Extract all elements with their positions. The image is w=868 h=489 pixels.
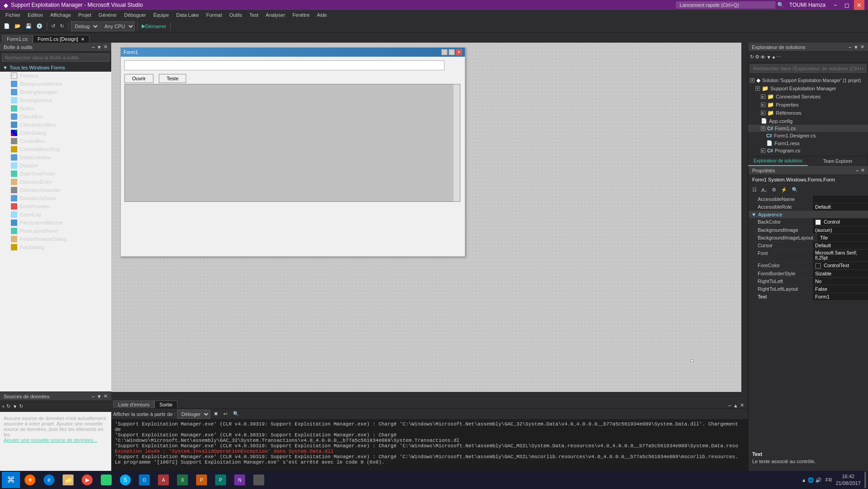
form-textbox[interactable] xyxy=(124,60,444,70)
toolbox-item-fontdialog[interactable]: FontDialog xyxy=(0,243,111,251)
menu-fichier[interactable]: Fichier xyxy=(2,11,24,19)
prop-value-forecolor[interactable]: ControlText xyxy=(813,262,868,269)
toolbox-item-errorprovider[interactable]: ErrorProvider xyxy=(0,202,111,210)
taskbar-access[interactable]: A xyxy=(154,472,173,488)
form1-expand-icon[interactable]: ▼ xyxy=(761,126,765,131)
se-sync-button[interactable]: ↻ xyxy=(750,54,754,60)
output-source-select[interactable]: Déboger xyxy=(177,410,210,419)
menu-outils[interactable]: Outils xyxy=(226,11,246,19)
toolbox-item-checkbox[interactable]: CheckBox xyxy=(0,112,111,121)
output-clear-button[interactable]: ✖ xyxy=(212,409,220,420)
form-close-button[interactable]: ✕ xyxy=(456,49,462,55)
redo-button[interactable]: ↻ xyxy=(58,21,66,32)
menu-edition[interactable]: Edition xyxy=(24,11,47,19)
output-pin-button[interactable]: ‒ xyxy=(728,402,731,408)
toolbox-item-filesystemwatcher[interactable]: FileSystemWatcher xyxy=(0,219,111,227)
menu-generer[interactable]: Générer xyxy=(95,11,120,19)
props-expand-icon[interactable]: ► xyxy=(761,103,765,107)
tab-form1-design[interactable]: Form1.cs [Design] ✕ xyxy=(33,35,89,43)
props-alphabetical-button[interactable]: A↓ xyxy=(760,186,769,194)
toolbox-expand-button[interactable]: ▼ xyxy=(97,44,102,50)
taskbar-explorer[interactable]: 📁 xyxy=(59,472,77,488)
toolbox-item-colordialog[interactable]: ColorDialog xyxy=(0,129,111,137)
toolbox-item-datetimepicker[interactable]: DateTimePicker xyxy=(0,170,111,178)
program-expand-icon[interactable]: ► xyxy=(761,148,765,153)
prop-value-backgroundimage[interactable]: (aucun) xyxy=(813,226,868,234)
taskbar-skype[interactable]: S xyxy=(116,472,134,488)
menu-debuguer[interactable]: Déboguer xyxy=(120,11,149,19)
datasources-pin-button[interactable]: ‒ xyxy=(92,393,95,399)
se-close-button[interactable]: ✕ xyxy=(860,44,864,50)
save-all-button[interactable]: 💿 xyxy=(35,21,44,32)
prop-value-accessiblename[interactable] xyxy=(813,196,868,203)
taskbar-powerpoint[interactable]: P xyxy=(192,472,211,488)
cs-expand-icon[interactable]: ► xyxy=(761,94,765,99)
se-tab-solution-explorer[interactable]: Explorateur de solutions xyxy=(748,156,808,166)
menu-projet[interactable]: Projet xyxy=(74,11,95,19)
se-properties-button[interactable]: ⚙ xyxy=(755,54,760,60)
taskbar-keyboard-layout[interactable]: FR xyxy=(825,477,832,483)
prop-value-cursor[interactable]: Default xyxy=(813,242,868,249)
toolbox-item-combobox[interactable]: ComboBox xyxy=(0,137,111,145)
picturebox-scrollbar[interactable] xyxy=(454,84,460,201)
form-designer-area[interactable]: Form1 − ◻ ✕ Ouvrir Teste xyxy=(111,43,748,398)
props-section-appearance[interactable]: ▼ Apparence xyxy=(749,211,868,218)
toolbox-item-checkedlistbox[interactable]: CheckedListBox xyxy=(0,121,111,129)
prop-value-righttoleftlayout[interactable]: False xyxy=(813,285,868,293)
datasources-expand-button[interactable]: ▼ xyxy=(97,393,102,399)
toolbox-section-header[interactable]: ▼ Tous les Windows Forms xyxy=(0,64,111,72)
toolbox-item-domainupdown[interactable]: DomainUpDown xyxy=(0,194,111,202)
datasources-refresh-button[interactable]: ↻ xyxy=(6,403,10,409)
se-filter-button[interactable]: ▼ xyxy=(766,54,771,60)
datasources-sync-button[interactable]: ↻ xyxy=(19,403,23,409)
form-window[interactable]: Form1 − ◻ ✕ Ouvrir Teste xyxy=(120,47,465,257)
prop-value-text[interactable]: Form1 xyxy=(813,293,868,300)
ref-expand-icon[interactable]: ► xyxy=(761,111,765,115)
tab-close-icon[interactable]: ✕ xyxy=(81,37,84,42)
output-word-wrap-button[interactable]: ↩ xyxy=(222,409,229,420)
form-teste-button[interactable]: Teste xyxy=(159,74,186,83)
se-show-all-button[interactable]: 👁 xyxy=(760,54,765,60)
taskbar-media[interactable]: ▶ xyxy=(78,472,96,488)
toolbox-item-pointeur[interactable]: ↶ Pointeur xyxy=(0,72,111,80)
taskbar-app3[interactable] xyxy=(250,472,268,488)
toolbox-search-input[interactable] xyxy=(2,54,109,62)
toolbox-pin-button[interactable]: ‒ xyxy=(92,44,95,50)
form-picturebox[interactable] xyxy=(124,84,460,202)
taskbar-outlook[interactable]: O xyxy=(135,472,153,488)
se-pin-button[interactable]: ‒ xyxy=(848,44,852,50)
menu-affichage[interactable]: Affichage xyxy=(47,11,75,19)
output-find-button[interactable]: 🔍 xyxy=(231,409,241,420)
se-search-input[interactable] xyxy=(750,64,866,73)
menu-analyser[interactable]: Analyser xyxy=(262,11,289,19)
tree-project[interactable]: ▼ 📁 Support Exploitation Manager xyxy=(748,84,868,93)
designer-vscrollbar[interactable] xyxy=(741,43,748,398)
tree-form1cs[interactable]: ▼ C# Form1.cs xyxy=(748,125,868,132)
taskbar-app1[interactable] xyxy=(97,472,115,488)
designer-hscrollbar[interactable] xyxy=(111,392,741,398)
tree-solution[interactable]: ▼ ◆ Solution 'Support Exploitation Manag… xyxy=(748,76,868,84)
se-tab-team-explorer[interactable]: Team Explorer xyxy=(808,156,868,166)
prop-value-formborderstyle[interactable]: Sizable xyxy=(813,270,868,277)
toolbox-item-flowlayoutpanel[interactable]: FlowLayoutPanel xyxy=(0,227,111,235)
prop-value-righttoleft[interactable]: No xyxy=(813,278,868,285)
tree-properties[interactable]: ► 📁 Properties xyxy=(748,101,868,109)
minimize-button[interactable]: − xyxy=(831,0,840,10)
form-body[interactable]: Ouvrir Teste xyxy=(121,57,465,256)
menu-test[interactable]: Test xyxy=(246,11,262,19)
taskbar-start-button[interactable]: ⌘ xyxy=(2,472,20,488)
prop-value-backcolor[interactable]: Control xyxy=(813,218,868,226)
solution-expand-icon[interactable]: ▼ xyxy=(750,78,755,83)
show-desktop-button[interactable] xyxy=(864,472,866,488)
quick-launch-input[interactable]: Lancement rapide (Ctrl+Q) xyxy=(676,1,775,9)
datasources-add-button[interactable]: + xyxy=(2,404,5,409)
menu-format[interactable]: Format xyxy=(202,11,226,19)
taskbar-ie[interactable]: e xyxy=(40,472,58,488)
output-expand-button[interactable]: ▲ xyxy=(733,403,738,408)
menu-aide[interactable]: Aide xyxy=(313,11,330,19)
form-ouvrir-button[interactable]: Ouvrir xyxy=(124,74,153,83)
datasources-menu-button[interactable]: ▼ xyxy=(12,404,17,409)
props-properties-button[interactable]: ⚙ xyxy=(770,186,778,194)
prop-value-accessiblerole[interactable]: Default xyxy=(813,203,868,210)
taskbar-excel[interactable]: X xyxy=(173,472,192,488)
